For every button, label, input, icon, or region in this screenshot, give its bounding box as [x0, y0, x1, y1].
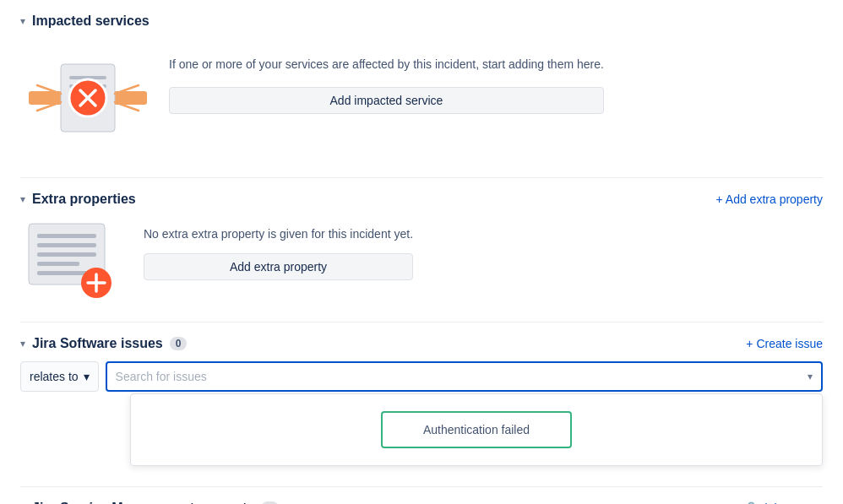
search-issues-container: ▾ [106, 361, 823, 392]
jira-issues-header: ▾ Jira Software issues 0 + Create issue [20, 336, 823, 351]
extra-title-left: ▾ Extra properties [20, 192, 136, 207]
impacted-services-chevron[interactable]: ▾ [20, 15, 25, 27]
jira-service-title-left: ▾ Jira Service Management requests 0 [20, 501, 279, 504]
svg-rect-18 [37, 271, 88, 275]
extra-properties-header: ▾ Extra properties + Add extra property [20, 192, 823, 207]
add-extra-property-link[interactable]: + Add extra property [716, 192, 823, 206]
relates-to-select[interactable]: relates to ▾ [20, 361, 99, 392]
divider-3 [20, 486, 823, 487]
extra-illustration [20, 217, 130, 301]
impacted-services-section: ▾ Impacted services [20, 14, 823, 157]
service-text-area: If one or more of your services are affe… [169, 39, 604, 114]
impacted-services-description: If one or more of your services are affe… [169, 56, 604, 73]
auth-failed-container: Authentication failed [131, 394, 822, 465]
svg-rect-17 [37, 262, 79, 266]
jira-issues-section: ▾ Jira Software issues 0 + Create issue … [20, 336, 823, 466]
jira-service-header: ▾ Jira Service Management requests 0 🔗 L… [20, 501, 823, 504]
auth-failed-box: Authentication failed [381, 411, 572, 448]
divider-2 [20, 322, 823, 322]
jira-service-title: Jira Service Management requests [32, 501, 254, 504]
add-extra-property-button[interactable]: Add extra property [144, 253, 413, 280]
create-issue-link[interactable]: + Create issue [746, 337, 823, 350]
extra-properties-content: No extra extra property is given for thi… [20, 217, 823, 301]
jira-issues-chevron[interactable]: ▾ [20, 338, 25, 350]
svg-rect-15 [37, 243, 96, 247]
jira-issues-badge: 0 [170, 337, 188, 350]
service-illustration [20, 39, 155, 157]
extra-properties-description: No extra extra property is given for thi… [144, 225, 413, 243]
extra-properties-section: ▾ Extra properties + Add extra property [20, 192, 823, 301]
auth-failed-text: Authentication failed [423, 423, 530, 436]
impacted-services-title: Impacted services [32, 14, 150, 29]
extra-text-area: No extra extra property is given for thi… [144, 217, 413, 280]
extra-properties-title: Extra properties [32, 192, 136, 207]
relates-to-label: relates to [30, 370, 79, 383]
search-issues-input[interactable] [116, 370, 808, 383]
divider-1 [20, 177, 823, 178]
relates-to-chevron-icon: ▾ [84, 370, 90, 383]
impacted-services-content: If one or more of your services are affe… [20, 39, 823, 157]
extra-properties-chevron[interactable]: ▾ [20, 193, 25, 205]
svg-rect-16 [37, 252, 96, 257]
svg-rect-14 [37, 234, 96, 238]
jira-search-row: relates to ▾ ▾ [20, 361, 823, 392]
impacted-services-header: ▾ Impacted services [20, 14, 823, 29]
search-dropdown-chevron-icon: ▾ [808, 371, 813, 382]
jira-issues-title: Jira Software issues [32, 336, 163, 351]
add-impacted-service-button[interactable]: Add impacted service [169, 87, 604, 114]
jira-service-section: ▾ Jira Service Management requests 0 🔗 L… [20, 501, 823, 504]
jira-title-left: ▾ Jira Software issues 0 [20, 336, 187, 351]
search-dropdown-result: Authentication failed [130, 393, 823, 466]
section-title-left: ▾ Impacted services [20, 14, 150, 29]
